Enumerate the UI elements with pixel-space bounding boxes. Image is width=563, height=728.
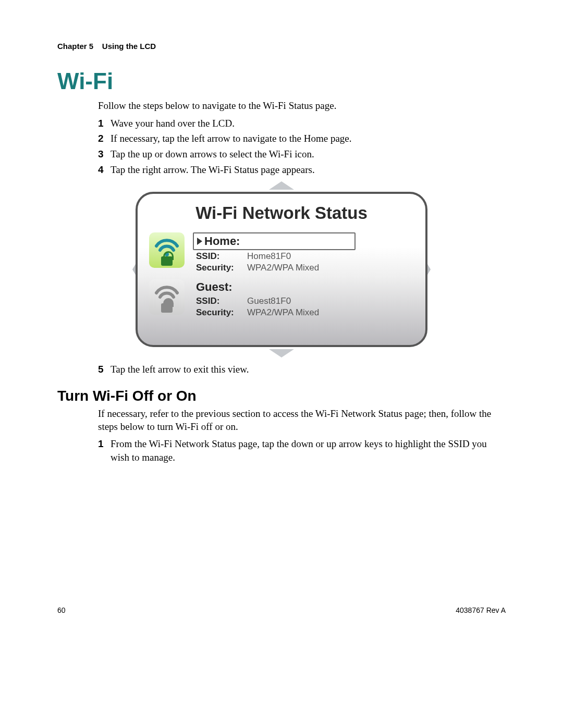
security-value: WPA2/WPA Mixed <box>247 307 319 318</box>
section-intro: Follow the steps below to navigate to th… <box>98 100 506 113</box>
step-text: Tap the right arrow. The Wi-Fi Status pa… <box>111 163 315 177</box>
security-row: Security:WPA2/WPA Mixed <box>196 307 347 318</box>
ssid-value: Guest81F0 <box>247 296 291 306</box>
step-number: 3 <box>98 147 111 161</box>
page-number: 60 <box>57 606 66 614</box>
step-item: 2If necessary, tap the left arrow to nav… <box>98 132 506 145</box>
step-number: 2 <box>98 132 111 145</box>
steps-list-b: 1From the Wi-Fi Network Status page, tap… <box>98 437 506 464</box>
step-item: 1From the Wi-Fi Network Status page, tap… <box>98 437 506 464</box>
steps-list-a: 1Wave your hand over the LCD. 2If necess… <box>98 117 506 177</box>
step-item: 5Tap the left arrow to exit this view. <box>98 363 506 376</box>
ssid-value: Home81F0 <box>247 251 291 262</box>
step-text: Tap the left arrow to exit this view. <box>111 363 249 376</box>
step-number: 5 <box>98 363 111 376</box>
arrow-up-icon[interactable] <box>269 181 294 190</box>
step-number: 1 <box>98 117 111 130</box>
chapter-header: Chapter 5 Using the LCD <box>57 42 506 51</box>
wifi-secure-icon <box>149 279 185 315</box>
lcd-panel: Wi-Fi Network Status Home: SSID:Home81F0… <box>136 192 427 347</box>
ssid-row: SSID:Guest81F0 <box>196 296 347 306</box>
lcd-figure: Wi-Fi Network Status Home: SSID:Home81F0… <box>136 181 427 357</box>
caret-right-icon <box>197 238 202 245</box>
step-item: 3Tap the up or down arrows to select the… <box>98 147 506 161</box>
step-text: Wave your hand over the LCD. <box>111 117 235 130</box>
step-text: From the Wi-Fi Network Status page, tap … <box>111 437 506 464</box>
ssid-row: SSID:Home81F0 <box>196 251 356 262</box>
network-name: Guest: <box>196 280 232 294</box>
steps-list-a-cont: 5Tap the left arrow to exit this view. <box>98 363 506 376</box>
subsection-intro: If necessary, refer to the previous sect… <box>98 408 506 433</box>
security-label: Security: <box>196 307 243 318</box>
lock-icon <box>161 256 173 266</box>
step-text: If necessary, tap the left arrow to navi… <box>111 132 352 145</box>
lock-icon <box>161 303 173 313</box>
wifi-secure-icon <box>149 232 185 268</box>
page-footer: 60 4038767 Rev A <box>57 606 506 614</box>
section-title: Wi-Fi <box>57 68 506 94</box>
network-details: Guest: SSID:Guest81F0 Security:WPA2/WPA … <box>193 279 347 318</box>
network-row-guest[interactable]: Guest: SSID:Guest81F0 Security:WPA2/WPA … <box>149 279 414 318</box>
network-details: Home: SSID:Home81F0 Security:WPA2/WPA Mi… <box>193 232 356 273</box>
security-row: Security:WPA2/WPA Mixed <box>196 263 356 273</box>
lcd-panel-title: Wi-Fi Network Status <box>149 203 414 223</box>
security-label: Security: <box>196 263 243 273</box>
security-value: WPA2/WPA Mixed <box>247 263 319 273</box>
network-name: Home: <box>204 235 240 248</box>
chapter-title: Using the LCD <box>102 42 156 51</box>
doc-revision: 4038767 Rev A <box>456 606 506 614</box>
subsection-title: Turn Wi-Fi Off or On <box>57 388 506 404</box>
network-name-row: Guest: <box>193 279 347 295</box>
ssid-label: SSID: <box>196 251 243 262</box>
step-number: 1 <box>98 437 111 451</box>
ssid-label: SSID: <box>196 296 243 306</box>
network-row-home[interactable]: Home: SSID:Home81F0 Security:WPA2/WPA Mi… <box>149 232 414 273</box>
arrow-down-icon[interactable] <box>269 349 294 357</box>
step-number: 4 <box>98 163 111 177</box>
step-text: Tap the up or down arrows to select the … <box>111 147 314 161</box>
page: Chapter 5 Using the LCD Wi-Fi Follow the… <box>0 0 563 728</box>
step-item: 4Tap the right arrow. The Wi-Fi Status p… <box>98 163 506 177</box>
step-item: 1Wave your hand over the LCD. <box>98 117 506 130</box>
chapter-label: Chapter 5 <box>57 42 93 51</box>
network-name-selected: Home: <box>193 232 356 250</box>
